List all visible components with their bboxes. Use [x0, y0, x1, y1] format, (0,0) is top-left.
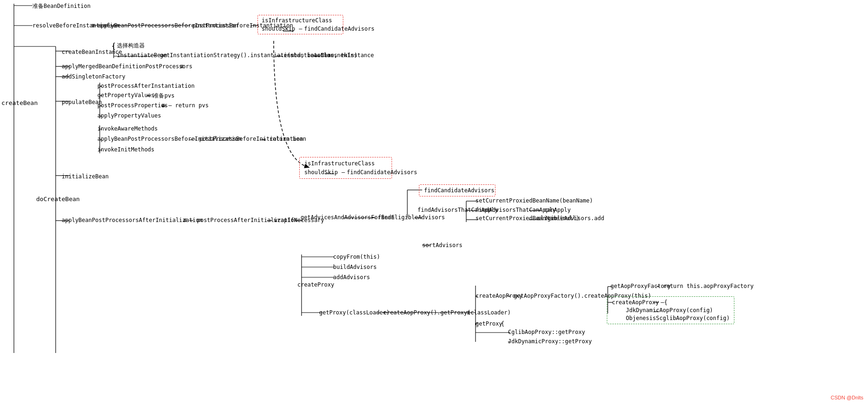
node-get-proxy-2: getProxy [476, 320, 502, 327]
symbol-equiv-3: ≡ [161, 102, 165, 109]
node-brace-get-proxy: { [501, 320, 504, 327]
node-add-advisors: addAdvisors [333, 274, 370, 281]
symbol-equiv-5: ≡ [467, 309, 470, 316]
node-is-infrastructure-1: isInfrastructureClass [262, 17, 339, 24]
node-get-property-values: getPropertyValues [97, 92, 154, 98]
box-infrastructure-2: isInfrastructureClass shouldSkip — findC… [299, 157, 392, 179]
node-cglib-get-proxy: CglibAopProxy::getProxy [508, 329, 585, 335]
symbol-equiv-1: ≡ [91, 22, 95, 29]
box-infrastructure-1: isInfrastructureClass shouldSkip — findC… [257, 15, 343, 34]
node-post-process-properties: postProcessProperties [97, 102, 168, 109]
node-return-pvs: — return pvs [168, 102, 209, 109]
node-build-advisors: buildAdvisors [333, 264, 377, 270]
node-set-current-proxied-2: setCurrentProxiedBeanName(null) [476, 215, 579, 222]
diagram-lines [0, 0, 868, 405]
node-jdk-dynamic-aop-proxy: JdkDynamicAopProxy(config) [626, 307, 729, 314]
symbol-equiv-2: ≡ [180, 63, 183, 70]
node-create-aop-proxy-2: createAopProxy —{ [612, 299, 729, 306]
node-create-proxy: createProxy [297, 281, 334, 288]
node-add-singleton-factory: addSingletonFactory [62, 73, 125, 80]
box-create-aop-proxy-green: createAopProxy —{ JdkDynamicAopProxy(con… [607, 296, 734, 324]
node-create-bean: createBean [1, 99, 38, 106]
node-populate-bean: populateBean [62, 99, 102, 105]
node-post-process-after-instantiation: postProcessAfterInstantiation [97, 83, 195, 89]
node-apply-merged: applyMergedBeanDefinitionPostProcessors [62, 63, 193, 70]
node-copy-from: copyFrom(this) [333, 254, 380, 260]
brace-create-instance: { [111, 41, 116, 50]
node-do-create-bean: doCreateBean [36, 196, 80, 202]
node-objenesis-cglib-aop-proxy: ObjenesisScglibAopProxy(config) [626, 315, 729, 321]
symbol-equiv-4: ≡ [183, 217, 186, 223]
node-shouldskip-1: shouldSkip — findCandidateAdvisors [262, 26, 339, 32]
node-apply-bpp-after-init: applyBeanPostProcessorsAfterInitializati… [62, 217, 202, 223]
node-is-infrastructure-2: isInfrastructureClass [304, 160, 387, 167]
node-return-aop-proxy-factory: — return this.aopProxyFactory [656, 283, 754, 289]
node-return-bean: — return bean [263, 136, 306, 142]
node-can-apply: — canApply [537, 207, 571, 213]
symbol-arrow-pvs: — 准备pvs [147, 92, 174, 100]
node-jdk-get-proxy: JdkDynamicProxy::getProxy [508, 338, 592, 345]
node-initialize-bean: initializeBean [62, 173, 109, 180]
node-create-aop-proxy-get: — createAopProxy().getProxy(classLoader) [377, 309, 511, 316]
node-select-constructor: 选择构造器 [117, 42, 145, 50]
node-invoke-aware-methods: invokeAwareMethods [97, 125, 158, 132]
node-shouldskip-2: shouldSkip — findCandidateAdvisors [304, 169, 387, 176]
node-ctor-new-instance: — ctor.newInstance [314, 52, 374, 59]
diagram-container: 准备BeanDefinition resolveBeforeInstantiat… [0, 0, 868, 405]
node-find-eligible-advisors: — findEligibleAdvisors [371, 214, 445, 221]
node-set-current-proxied-1: setCurrentProxiedBeanName(beanName) [476, 197, 593, 204]
node-find-candidate-advisors-3: findCandidateAdvisors [424, 187, 490, 194]
node-sort-advisors: sortAdvisors [422, 242, 463, 248]
watermark: CSDN @Dnlts [831, 395, 863, 400]
node-zhunbei-beandefinition: 准备BeanDefinition [32, 2, 90, 10]
node-invoke-init-methods: invokeInitMethods [97, 146, 154, 153]
node-apply-property-values: applyPropertyValues [97, 112, 161, 119]
box-find-candidate-advisors: findCandidateAdvisors [419, 184, 495, 196]
